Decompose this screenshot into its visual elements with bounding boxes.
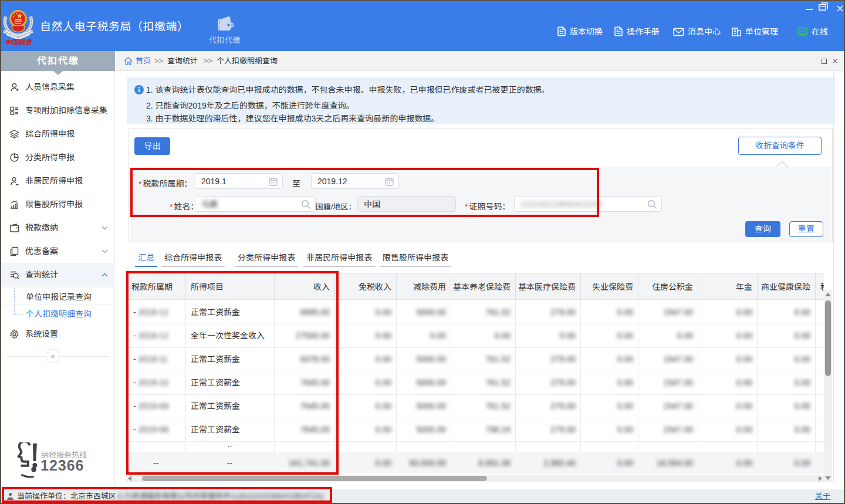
svg-text:中国税务: 中国税务: [5, 39, 32, 46]
